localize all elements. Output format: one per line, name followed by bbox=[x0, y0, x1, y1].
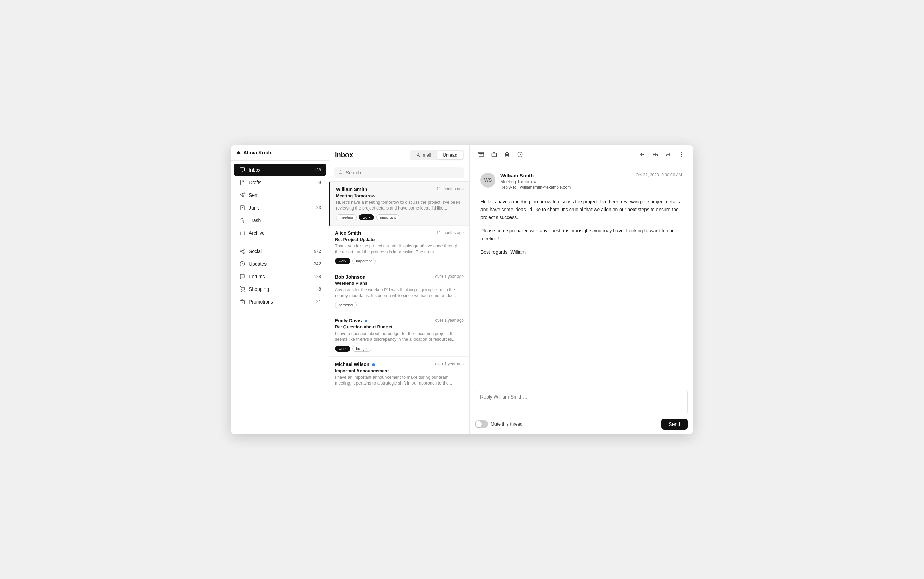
email-meta-info: William Smith Meeting Tomorrow Reply-To:… bbox=[500, 173, 631, 190]
svg-point-8 bbox=[243, 252, 244, 253]
social-label: Social bbox=[249, 249, 311, 254]
send-button[interactable]: Send bbox=[661, 419, 687, 430]
svg-point-25 bbox=[681, 152, 681, 153]
filter-all-button[interactable]: All mail bbox=[411, 151, 436, 159]
email-tags-3: personal bbox=[335, 302, 464, 308]
search-icon bbox=[338, 170, 343, 176]
drafts-label: Drafts bbox=[249, 180, 315, 185]
inbox-label: Inbox bbox=[249, 167, 311, 173]
spam-button[interactable] bbox=[488, 148, 500, 161]
search-input[interactable] bbox=[346, 170, 460, 175]
forward-button[interactable] bbox=[662, 148, 674, 161]
archive-button[interactable] bbox=[475, 148, 487, 161]
email-item-1[interactable]: William Smith 11 months ago Meeting Tomo… bbox=[330, 182, 469, 226]
email-item-4[interactable]: Emily Davis over 1 year ago Re: Question… bbox=[330, 313, 469, 357]
updates-icon bbox=[239, 261, 245, 267]
sidebar-item-trash[interactable]: Trash bbox=[234, 214, 327, 227]
user-account-selector[interactable]: Alicia Koch ⌄ bbox=[231, 145, 329, 161]
sidebar-item-promotions[interactable]: Promotions 21 bbox=[234, 296, 327, 308]
sidebar-item-social[interactable]: Social 972 bbox=[234, 245, 327, 257]
sidebar-item-inbox[interactable]: Inbox 128 bbox=[234, 164, 327, 176]
mute-toggle-switch[interactable] bbox=[475, 420, 488, 428]
email-meta-header: WS William Smith Meeting Tomorrow Reply-… bbox=[480, 173, 682, 190]
forums-label: Forums bbox=[249, 274, 311, 279]
toggle-knob bbox=[476, 421, 482, 427]
email-sender-4: Emily Davis bbox=[335, 318, 367, 323]
unread-dot-4 bbox=[365, 320, 367, 322]
email-preview-3: Any plans for the weekend? I was thinkin… bbox=[335, 287, 464, 299]
filter-unread-button[interactable]: Unread bbox=[437, 151, 463, 159]
search-input-wrap bbox=[334, 167, 464, 178]
reply-all-button[interactable] bbox=[649, 148, 661, 161]
body-paragraph-2: Please come prepared with any questions … bbox=[480, 227, 682, 243]
email-preview-5: I have an important announcement to make… bbox=[335, 375, 464, 386]
svg-line-10 bbox=[242, 250, 243, 251]
snooze-button[interactable] bbox=[514, 148, 526, 161]
tag-work: work bbox=[359, 214, 374, 221]
reply-textarea[interactable] bbox=[475, 390, 687, 414]
tag-important-2: important bbox=[352, 258, 375, 264]
promotions-badge: 21 bbox=[317, 299, 321, 304]
svg-point-27 bbox=[681, 156, 681, 156]
sidebar-item-sent[interactable]: Sent bbox=[234, 189, 327, 201]
sidebar-item-shopping[interactable]: Shopping 8 bbox=[234, 283, 327, 295]
reply-to-label: Reply-To: bbox=[500, 185, 518, 190]
shopping-icon bbox=[239, 286, 245, 292]
junk-label: Junk bbox=[249, 205, 313, 211]
app-window: Alicia Koch ⌄ Inbox 128 Drafts 9 bbox=[231, 145, 693, 434]
email-content-area: WS William Smith Meeting Tomorrow Reply-… bbox=[470, 164, 693, 384]
body-paragraph-1: Hi, let's have a meeting tomorrow to dis… bbox=[480, 198, 682, 221]
updates-label: Updates bbox=[249, 261, 311, 267]
email-subject-display: Meeting Tomorrow bbox=[500, 179, 631, 184]
email-tags-4: work budget bbox=[335, 345, 464, 352]
svg-point-7 bbox=[240, 250, 242, 252]
email-from-name: William Smith bbox=[500, 173, 631, 178]
forums-badge: 128 bbox=[314, 274, 321, 279]
unread-dot-5 bbox=[372, 363, 375, 366]
sidebar-item-junk[interactable]: Junk 23 bbox=[234, 202, 327, 214]
email-item-3[interactable]: Bob Johnson over 1 year ago Weekend Plan… bbox=[330, 269, 469, 313]
sidebar-item-forums[interactable]: Forums 128 bbox=[234, 270, 327, 283]
promotions-label: Promotions bbox=[249, 299, 313, 304]
drafts-icon bbox=[239, 180, 245, 186]
email-item-2[interactable]: Alice Smith 11 months ago Re: Project Up… bbox=[330, 226, 469, 269]
svg-rect-0 bbox=[240, 168, 244, 171]
email-time-5: over 1 year ago bbox=[435, 361, 464, 367]
toolbar-actions-right bbox=[636, 148, 687, 161]
social-badge: 972 bbox=[314, 249, 321, 254]
email-tags-2: work important bbox=[335, 258, 464, 264]
email-body: Hi, let's have a meeting tomorrow to dis… bbox=[480, 198, 682, 256]
trash-label: Trash bbox=[249, 218, 317, 223]
email-sender-1: William Smith bbox=[336, 186, 367, 192]
email-preview-4: I have a question about the budget for t… bbox=[335, 331, 464, 343]
mute-toggle: Mute this thread bbox=[475, 420, 522, 428]
sent-icon bbox=[239, 192, 245, 198]
email-item-5[interactable]: Michael Wilson over 1 year ago Important… bbox=[330, 357, 469, 394]
drafts-badge: 9 bbox=[318, 180, 321, 185]
archive-label: Archive bbox=[249, 231, 317, 236]
reply-button[interactable] bbox=[636, 148, 648, 161]
inbox-badge: 128 bbox=[314, 167, 321, 172]
sidebar-item-updates[interactable]: Updates 342 bbox=[234, 258, 327, 270]
promotions-icon bbox=[239, 299, 245, 305]
more-button[interactable] bbox=[675, 148, 687, 161]
email-list: William Smith 11 months ago Meeting Tomo… bbox=[330, 182, 469, 434]
archive-icon bbox=[239, 230, 245, 236]
svg-point-19 bbox=[339, 170, 342, 173]
sidebar-item-drafts[interactable]: Drafts 9 bbox=[234, 177, 327, 189]
email-sender-3: Bob Johnson bbox=[335, 274, 365, 280]
social-icon bbox=[239, 248, 245, 254]
tag-personal: personal bbox=[335, 302, 357, 308]
email-subject-2: Re: Project Update bbox=[335, 237, 464, 242]
junk-icon bbox=[239, 205, 245, 211]
sidebar-item-archive[interactable]: Archive bbox=[234, 227, 327, 239]
shopping-badge: 8 bbox=[318, 287, 321, 291]
email-subject-3: Weekend Plans bbox=[335, 281, 464, 286]
sent-label: Sent bbox=[249, 193, 317, 198]
nav-divider bbox=[237, 242, 323, 242]
sidebar-nav: Inbox 128 Drafts 9 Sent bbox=[231, 161, 329, 434]
delete-button[interactable] bbox=[501, 148, 513, 161]
email-time-4: over 1 year ago bbox=[435, 318, 464, 323]
svg-line-20 bbox=[342, 173, 343, 174]
email-time-2: 11 months ago bbox=[437, 231, 464, 236]
